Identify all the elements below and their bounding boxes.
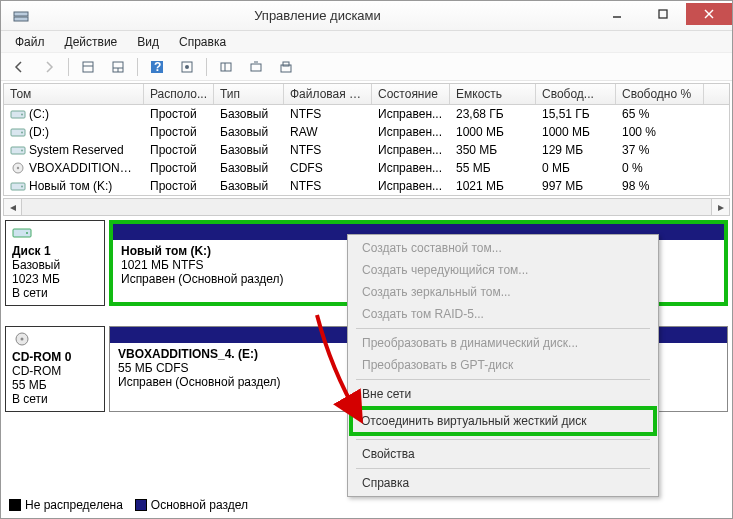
view-bottom-button[interactable] — [104, 56, 132, 78]
col-fs[interactable]: Файловая с... — [284, 84, 372, 104]
disk-status: В сети — [12, 286, 98, 300]
svg-text:?: ? — [154, 60, 161, 74]
horizontal-scrollbar[interactable]: ◂ ▸ — [3, 198, 730, 216]
svg-rect-30 — [13, 229, 31, 237]
cdrom-type: CD-ROM — [12, 364, 98, 378]
close-button[interactable] — [686, 3, 732, 25]
col-status[interactable]: Состояние — [372, 84, 450, 104]
ctx-create-raid5: Создать том RAID-5... — [350, 303, 656, 325]
app-icon — [1, 8, 41, 24]
col-freepct[interactable]: Свободно % — [616, 84, 704, 104]
svg-point-21 — [21, 114, 23, 116]
ctx-detach-vhd-highlight: Отсоединить виртуальный жесткий диск — [349, 406, 657, 436]
legend: Не распределена Основной раздел — [9, 498, 248, 512]
ctx-convert-dynamic: Преобразовать в динамический диск... — [350, 332, 656, 354]
cdrom-icon — [12, 331, 32, 347]
svg-point-14 — [185, 65, 189, 69]
drive-icon — [10, 144, 26, 156]
table-row[interactable]: (C:)ПростойБазовыйNTFSИсправен...23,68 Г… — [4, 105, 729, 123]
ctx-create-striped: Создать чередующийся том... — [350, 259, 656, 281]
help-button[interactable]: ? — [143, 56, 171, 78]
drive-icon — [10, 108, 26, 120]
svg-point-27 — [17, 167, 19, 169]
ctx-convert-gpt: Преобразовать в GPT-диск — [350, 354, 656, 376]
svg-point-31 — [26, 232, 28, 234]
menu-file[interactable]: Файл — [7, 33, 53, 51]
col-volume[interactable]: Том — [4, 84, 144, 104]
svg-point-25 — [21, 150, 23, 152]
rescan-button[interactable] — [242, 56, 270, 78]
disk-size: 1023 МБ — [12, 272, 98, 286]
maximize-button[interactable] — [640, 3, 686, 25]
toolbar: ? — [1, 53, 732, 81]
disk-info-box[interactable]: Диск 1 Базовый 1023 МБ В сети — [5, 220, 105, 306]
ctx-detach-vhd[interactable]: Отсоединить виртуальный жесткий диск — [361, 412, 645, 430]
svg-point-33 — [21, 338, 24, 341]
scroll-left-icon[interactable]: ◂ — [4, 199, 22, 215]
disk-icon — [12, 225, 32, 241]
svg-rect-17 — [251, 64, 261, 71]
back-button[interactable] — [5, 56, 33, 78]
cdrom-status: В сети — [12, 392, 98, 406]
ctx-offline[interactable]: Вне сети — [350, 383, 656, 405]
menu-help[interactable]: Справка — [171, 33, 234, 51]
col-capacity[interactable]: Емкость — [450, 84, 536, 104]
legend-swatch-blue — [135, 499, 147, 511]
view-top-button[interactable] — [74, 56, 102, 78]
volume-table: Том Располо... Тип Файловая с... Состоян… — [3, 83, 730, 196]
svg-rect-0 — [14, 12, 28, 16]
refresh-button[interactable] — [212, 56, 240, 78]
disk-title: Диск 1 — [12, 244, 98, 258]
window-title: Управление дисками — [41, 8, 594, 23]
drive-icon — [10, 180, 26, 192]
ctx-create-spanned: Создать составной том... — [350, 237, 656, 259]
legend-primary: Основной раздел — [135, 498, 248, 512]
svg-rect-15 — [221, 63, 231, 71]
cdrom-size: 55 МБ — [12, 378, 98, 392]
forward-button[interactable] — [35, 56, 63, 78]
table-row[interactable]: System ReservedПростойБазовыйNTFSИсправе… — [4, 141, 729, 159]
svg-point-23 — [21, 132, 23, 134]
svg-rect-1 — [14, 17, 28, 21]
minimize-button[interactable] — [594, 3, 640, 25]
scroll-right-icon[interactable]: ▸ — [711, 199, 729, 215]
menu-action[interactable]: Действие — [57, 33, 126, 51]
menubar: Файл Действие Вид Справка — [1, 31, 732, 53]
col-layout[interactable]: Располо... — [144, 84, 214, 104]
menu-view[interactable]: Вид — [129, 33, 167, 51]
col-free[interactable]: Свобод... — [536, 84, 616, 104]
action-button[interactable] — [272, 56, 300, 78]
drive-icon — [10, 126, 26, 138]
cdrom-info-box[interactable]: CD-ROM 0 CD-ROM 55 МБ В сети — [5, 326, 105, 412]
table-row[interactable]: (D:)ПростойБазовыйRAWИсправен...1000 МБ1… — [4, 123, 729, 141]
table-row[interactable]: VBOXADDITIONS_...ПростойБазовыйCDFSИспра… — [4, 159, 729, 177]
titlebar: Управление дисками — [1, 1, 732, 31]
legend-swatch-black — [9, 499, 21, 511]
ctx-properties[interactable]: Свойства — [350, 443, 656, 465]
context-menu: Создать составной том... Создать чередую… — [347, 234, 659, 497]
table-row[interactable]: Новый том (K:)ПростойБазовыйNTFSИсправен… — [4, 177, 729, 195]
svg-rect-3 — [659, 10, 667, 18]
ctx-create-mirrored: Создать зеркальный том... — [350, 281, 656, 303]
legend-unallocated: Не распределена — [9, 498, 123, 512]
col-type[interactable]: Тип — [214, 84, 284, 104]
svg-point-29 — [21, 186, 23, 188]
settings-button[interactable] — [173, 56, 201, 78]
cdrom-icon — [10, 162, 26, 174]
ctx-help[interactable]: Справка — [350, 472, 656, 494]
table-body: (C:)ПростойБазовыйNTFSИсправен...23,68 Г… — [4, 105, 729, 195]
disk-type: Базовый — [12, 258, 98, 272]
cdrom-title: CD-ROM 0 — [12, 350, 98, 364]
table-header: Том Располо... Тип Файловая с... Состоян… — [4, 84, 729, 105]
svg-rect-6 — [83, 62, 93, 72]
